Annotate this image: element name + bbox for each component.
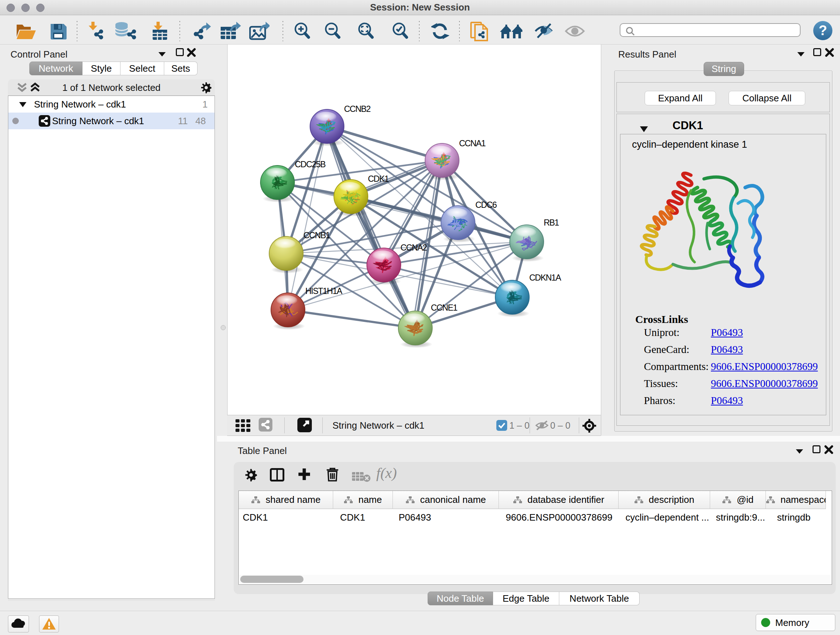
svg-text:CCNA1: CCNA1	[459, 139, 485, 148]
svg-text:RB1: RB1	[544, 218, 559, 227]
svg-text:HIST1H1A: HIST1H1A	[305, 287, 343, 296]
svg-text:CDC25B: CDC25B	[295, 160, 325, 169]
svg-text:CCNB1: CCNB1	[303, 231, 330, 240]
svg-text:CDK1: CDK1	[368, 174, 388, 184]
svg-text:CCNE1: CCNE1	[431, 303, 457, 312]
svg-text:CDC6: CDC6	[475, 200, 497, 210]
svg-text:CDKN1A: CDKN1A	[529, 273, 561, 282]
svg-text:CCNB2: CCNB2	[344, 104, 370, 114]
svg-text:CCNA2: CCNA2	[401, 243, 427, 252]
